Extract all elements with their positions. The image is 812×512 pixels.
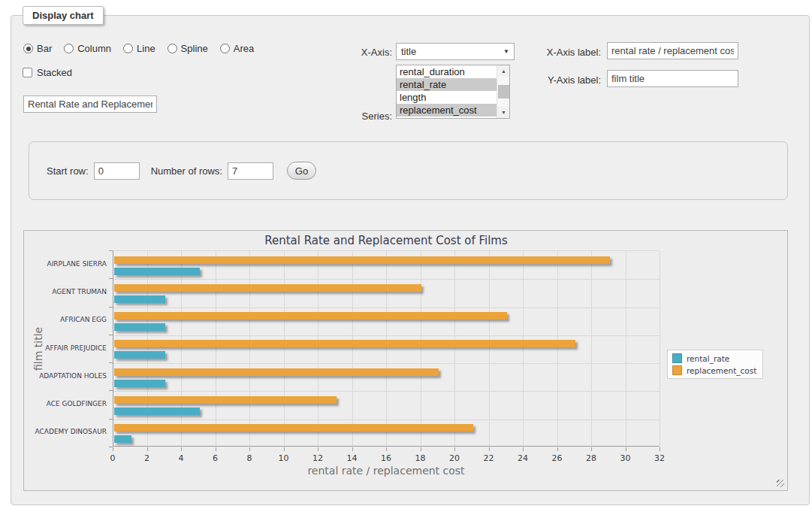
- radio-icon[interactable]: [23, 44, 33, 53]
- gridline-vertical: [660, 251, 660, 446]
- x-axis-tick: [454, 447, 455, 451]
- x-axis-tick-label: 14: [347, 453, 358, 463]
- gridline-vertical: [591, 251, 592, 446]
- chart-type-option-area[interactable]: Area: [220, 43, 254, 54]
- x-axis-select-value: title: [401, 46, 503, 57]
- bar-rental_rate: [114, 323, 165, 331]
- x-axis-tick-label: 16: [381, 453, 391, 463]
- go-button-label: Go: [295, 165, 308, 177]
- legend-swatch: [672, 353, 682, 363]
- bar-replacement_cost: [114, 368, 439, 376]
- legend-item-replacement_cost[interactable]: replacement_cost: [672, 365, 756, 375]
- start-row-input[interactable]: [94, 162, 140, 180]
- x-axis-tick-label: 22: [484, 453, 494, 463]
- num-rows-input[interactable]: [228, 162, 273, 180]
- legend-label: rental_rate: [687, 354, 729, 363]
- x-axis-tick-label: 0: [110, 453, 116, 463]
- x-axis-tick-label: 28: [586, 453, 596, 463]
- x-axis-tick-label: 12: [312, 453, 323, 463]
- gridline-horizontal: [113, 391, 660, 392]
- bar-rental_rate: [114, 295, 165, 303]
- radio-icon[interactable]: [123, 44, 133, 53]
- series-scrollbar[interactable]: ▲ ▼: [497, 65, 509, 118]
- scrollbar-up-icon[interactable]: ▲: [497, 65, 510, 77]
- category-label: ADAPTATION HOLES: [24, 372, 107, 380]
- x-axis-tick-label: 26: [552, 453, 563, 463]
- x-axis-select[interactable]: title ▼: [396, 43, 515, 60]
- num-rows-label: Number of rows:: [151, 165, 222, 177]
- y-axis-tick: [109, 419, 113, 420]
- gridline-vertical: [318, 251, 318, 446]
- x-axis-tick: [113, 447, 113, 451]
- series-options: rental_durationrental_ratelengthreplacem…: [397, 65, 497, 118]
- gridline-vertical: [421, 251, 421, 446]
- x-axis-tick: [181, 447, 182, 451]
- bar-replacement_cost: [114, 424, 473, 432]
- y-axis-label-label: Y-Axis label:: [533, 74, 601, 86]
- chart-type-option-column[interactable]: Column: [64, 43, 111, 54]
- chart-title: Rental Rate and Replacement Cost of Film…: [113, 234, 660, 247]
- series-listbox-label: Series:: [309, 111, 392, 122]
- bar-rental_rate: [114, 380, 165, 387]
- bar-rental_rate: [114, 435, 131, 443]
- category-label: AIRPLANE SIERRA: [24, 260, 107, 268]
- display-chart-panel: BarColumnLineSplineArea Stacked X-Axis: …: [11, 15, 810, 505]
- x-axis-tick-label: 32: [654, 453, 665, 463]
- scrollbar-down-icon[interactable]: ▼: [497, 107, 510, 118]
- bar-rental_rate: [114, 407, 200, 415]
- x-axis-tick-label: 24: [518, 453, 528, 463]
- stacked-label: Stacked: [37, 67, 72, 78]
- gridline-horizontal: [113, 279, 660, 280]
- series-option-replacement_cost[interactable]: replacement_cost: [397, 104, 497, 117]
- bar-rental_rate: [114, 351, 165, 359]
- y-axis-tick: [109, 307, 113, 308]
- chart-title-input[interactable]: [23, 95, 157, 113]
- resize-handle-icon[interactable]: [777, 480, 784, 487]
- gridline-horizontal: [113, 335, 660, 336]
- chart-type-option-spline[interactable]: Spline: [168, 43, 208, 54]
- category-label: AFFAIR PREJUDICE: [24, 344, 107, 352]
- x-axis-label-input[interactable]: [607, 42, 738, 59]
- series-option-rental_rate[interactable]: rental_rate: [397, 78, 497, 91]
- x-axis-tick: [591, 447, 592, 451]
- scrollbar-thumb[interactable]: [498, 85, 509, 98]
- x-axis-tick-label: 8: [247, 453, 252, 463]
- radio-label: Area: [234, 43, 254, 54]
- chart-type-option-line[interactable]: Line: [123, 43, 155, 54]
- stacked-checkbox-row: Stacked: [23, 67, 72, 78]
- series-listbox[interactable]: rental_durationrental_ratelengthreplacem…: [396, 65, 510, 119]
- y-axis-tick: [109, 362, 113, 363]
- legend-item-rental_rate[interactable]: rental_rate: [672, 353, 756, 363]
- chart-legend: rental_ratereplacement_cost: [667, 350, 763, 379]
- x-axis-tick: [147, 447, 148, 451]
- bar-replacement_cost: [114, 256, 610, 264]
- x-axis-tick: [249, 447, 250, 451]
- row-controls-panel: Start row: Number of rows: Go: [29, 141, 788, 200]
- series-option-length[interactable]: length: [397, 91, 497, 104]
- x-axis-tick-label: 20: [449, 453, 460, 463]
- y-axis-tick: [109, 335, 113, 335]
- chevron-down-icon: ▼: [503, 48, 509, 55]
- x-axis-tick: [557, 447, 558, 451]
- radio-icon[interactable]: [220, 44, 230, 53]
- radio-icon[interactable]: [64, 44, 74, 53]
- x-axis-tick-label: 2: [144, 453, 149, 463]
- chart-container: Rental Rate and Replacement Cost of Film…: [23, 230, 788, 491]
- y-axis-label-input[interactable]: [607, 70, 738, 87]
- y-axis-tick: [109, 250, 113, 251]
- stacked-checkbox[interactable]: [23, 68, 32, 77]
- chart-type-option-bar[interactable]: Bar: [23, 43, 52, 54]
- bar-replacement_cost: [114, 312, 507, 320]
- x-axis-tick-label: 4: [179, 453, 184, 463]
- chart-x-axis-title: rental rate / replacement cost: [113, 465, 660, 477]
- gridline-horizontal: [113, 363, 660, 364]
- go-button[interactable]: Go: [287, 162, 316, 180]
- x-axis-tick: [352, 447, 353, 451]
- fieldset-legend-text: Display chart: [32, 10, 94, 21]
- x-axis-tick: [421, 447, 421, 451]
- gridline-vertical: [216, 251, 216, 446]
- radio-icon[interactable]: [168, 44, 177, 53]
- x-axis-tick: [523, 447, 524, 451]
- x-axis-tick-label: 18: [415, 453, 426, 463]
- series-option-rental_duration[interactable]: rental_duration: [397, 65, 497, 78]
